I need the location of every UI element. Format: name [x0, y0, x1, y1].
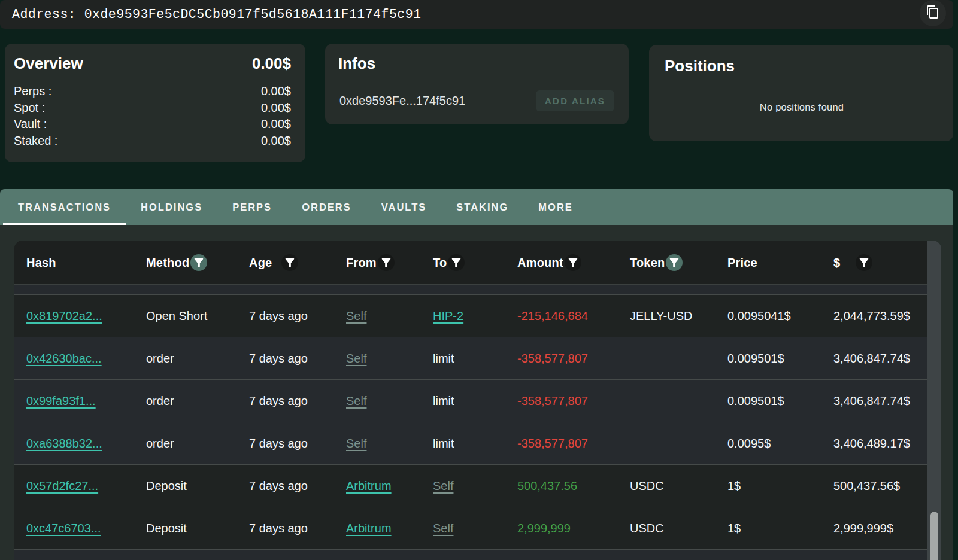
- usd-value: 3,406,847.74$: [833, 394, 910, 408]
- from-link[interactable]: Self: [346, 437, 366, 451]
- filter-icon[interactable]: [281, 254, 298, 271]
- cell-usd: 2,044,773.59$: [833, 295, 910, 337]
- overview-total-value: 0.00$: [252, 54, 291, 73]
- column-header-method: Method: [146, 241, 207, 285]
- positions-title: Positions: [665, 57, 735, 75]
- tab-bar: TRANSACTIONSHOLDINGSPERPSORDERSVAULTSSTA…: [0, 189, 953, 225]
- price-value: 1$: [727, 479, 741, 493]
- table-row: 0xa6388b32...order7 days agoSelflimit-35…: [14, 422, 927, 465]
- to-link[interactable]: Self: [433, 522, 453, 535]
- cell-from: Self: [346, 380, 366, 422]
- positions-card: Positions No positions found: [649, 45, 953, 141]
- method-value: Deposit: [146, 479, 187, 493]
- cell-usd: 3,406,847.74$: [833, 337, 910, 380]
- filter-icon[interactable]: [666, 254, 683, 271]
- cell-amount: -358,577,807: [517, 422, 588, 465]
- cell-amount: -358,577,807: [517, 337, 588, 380]
- age-value: 7 days ago: [249, 522, 308, 535]
- usd-value: 500,437.56$: [833, 479, 900, 493]
- cell-amount: 2,999,999: [517, 507, 571, 550]
- cell-amount: 500,437.56: [517, 465, 577, 507]
- tab-perps[interactable]: PERPS: [217, 189, 287, 225]
- method-value: Open Short: [146, 309, 207, 323]
- tab-transactions[interactable]: TRANSACTIONS: [3, 189, 126, 225]
- from-link[interactable]: Self: [346, 394, 366, 408]
- column-header-to: To: [433, 241, 465, 285]
- table-body: 0x819702a2...Open Short7 days agoSelfHIP…: [14, 285, 927, 560]
- tab-more[interactable]: MORE: [523, 189, 588, 225]
- positions-empty-text: No positions found: [665, 102, 939, 113]
- cell-token: JELLY-USD: [630, 295, 693, 337]
- cell-price: 0.0095$: [727, 422, 771, 465]
- cell-price: 1$: [727, 507, 741, 550]
- copy-address-button[interactable]: [920, 0, 946, 26]
- from-link[interactable]: Arbitrum: [346, 479, 392, 493]
- column-header-label: Method: [146, 256, 189, 270]
- price-value: 0.0095$: [727, 437, 771, 451]
- filter-icon[interactable]: [448, 254, 465, 271]
- hash-link[interactable]: 0x99fa93f1...: [26, 394, 96, 408]
- to-link[interactable]: Self: [433, 479, 453, 493]
- address-bar: Address: 0xde9593Fe5cDC5Cb0917f5d5618A11…: [0, 0, 953, 29]
- short-address: 0xde9593Fe...174f5c91: [338, 94, 465, 108]
- add-alias-button[interactable]: ADD ALIAS: [536, 90, 614, 111]
- hash-link[interactable]: 0x57d2fc27...: [26, 479, 98, 493]
- cell-method: Deposit: [146, 465, 187, 507]
- amount-value: -215,146,684: [517, 309, 588, 323]
- cell-age: 7 days ago: [249, 465, 308, 507]
- cell-usd: 500,437.56$: [833, 465, 900, 507]
- filter-icon[interactable]: [565, 254, 581, 271]
- token-value: JELLY-USD: [630, 309, 693, 323]
- hash-link[interactable]: 0x42630bac...: [26, 352, 102, 366]
- from-link[interactable]: Arbitrum: [346, 522, 392, 535]
- column-header-age: Age: [249, 241, 298, 285]
- cell-from: Self: [346, 422, 366, 465]
- cell-from: Arbitrum: [346, 465, 392, 507]
- overview-title: Overview: [14, 54, 83, 73]
- filter-icon[interactable]: [856, 254, 872, 271]
- cell-age: 7 days ago: [249, 507, 308, 550]
- cell-to: Self: [433, 465, 453, 507]
- overview-row-value: 0.00$: [261, 116, 291, 133]
- age-value: 7 days ago: [249, 394, 308, 408]
- column-header-label: $: [833, 256, 840, 270]
- from-link[interactable]: Self: [346, 352, 366, 366]
- cell-to: Self: [433, 507, 453, 550]
- column-header-hash: Hash: [26, 241, 56, 285]
- tab-holdings[interactable]: HOLDINGS: [126, 189, 217, 225]
- cell-amount: -215,146,684: [517, 295, 588, 337]
- usd-value: 2,999,999$: [833, 522, 893, 535]
- tab-vaults[interactable]: VAULTS: [366, 189, 442, 225]
- cell-to: limit: [433, 380, 454, 422]
- tab-staking[interactable]: STAKING: [441, 189, 523, 225]
- vertical-scrollbar-track[interactable]: [927, 241, 941, 560]
- price-value: 0.009501$: [727, 352, 784, 366]
- cell-age: 7 days ago: [249, 295, 308, 337]
- hash-link[interactable]: 0xa6388b32...: [26, 437, 102, 451]
- column-header-price: Price: [727, 241, 757, 285]
- content-copy-icon: [926, 5, 940, 22]
- amount-value: -358,577,807: [517, 437, 588, 451]
- to-value: limit: [433, 394, 454, 408]
- cell-price: 0.0095041$: [727, 295, 791, 337]
- vertical-scrollbar-thumb[interactable]: [930, 512, 938, 560]
- hash-link[interactable]: 0x819702a2...: [26, 309, 102, 323]
- to-link[interactable]: HIP-2: [433, 309, 463, 323]
- cell-hash: 0x57d2fc27...: [26, 465, 98, 507]
- age-value: 7 days ago: [249, 352, 308, 366]
- tab-orders[interactable]: ORDERS: [287, 189, 366, 225]
- overview-row: Perps :0.00$: [14, 83, 291, 100]
- token-value: USDC: [630, 479, 664, 493]
- table-row: 0x42630bac...order7 days agoSelflimit-35…: [14, 337, 927, 380]
- overview-row: Spot :0.00$: [14, 100, 291, 117]
- cell-hash: 0x42630bac...: [26, 337, 102, 380]
- overview-row-label: Staked :: [14, 133, 57, 150]
- filter-icon[interactable]: [378, 254, 395, 271]
- usd-value: 2,044,773.59$: [833, 309, 910, 323]
- cell-method: order: [146, 380, 174, 422]
- cell-usd: 3,406,489.17$: [833, 422, 910, 465]
- cell-amount: -358,577,807: [517, 380, 588, 422]
- hash-link[interactable]: 0xc47c6703...: [26, 522, 101, 535]
- from-link[interactable]: Self: [346, 309, 366, 323]
- filter-icon[interactable]: [190, 254, 207, 271]
